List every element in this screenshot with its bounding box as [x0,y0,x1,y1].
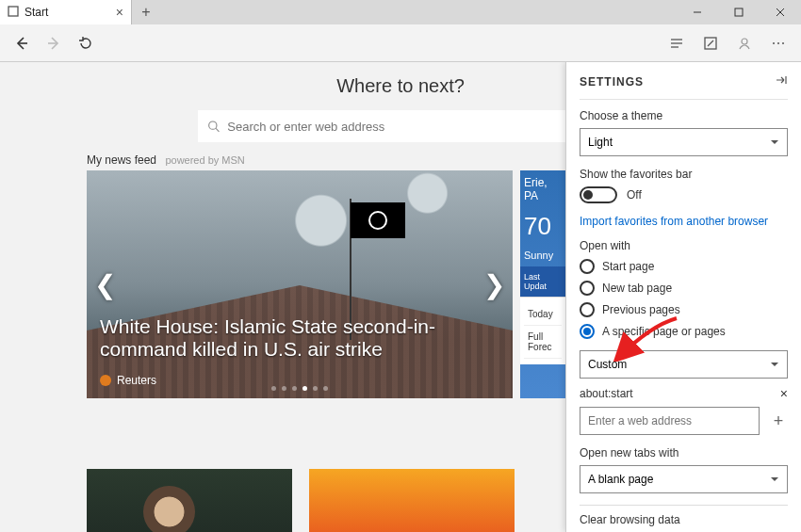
radio-icon [580,281,595,296]
close-window-button[interactable] [760,0,801,24]
new-tabs-label: Open new tabs with [580,446,788,459]
browser-tab[interactable]: Start × [0,0,132,24]
svg-line-17 [216,128,219,131]
specific-page-select[interactable]: Custom [580,350,788,379]
radio-label: Start page [602,260,654,273]
clear-data-label: Clear browsing data [580,513,788,526]
svg-rect-0 [8,7,18,16]
page-entry-text: about:start [580,387,771,400]
new-tabs-select[interactable]: A blank page [580,465,788,493]
svg-line-11 [708,40,713,46]
open-with-previous-radio[interactable]: Previous pages [580,302,788,317]
remove-page-icon[interactable]: × [780,386,788,401]
tab-favicon-icon [8,6,19,20]
web-note-button[interactable] [694,26,727,60]
radio-icon [580,302,595,317]
pin-icon[interactable] [775,73,788,89]
toggle-icon [580,186,617,203]
svg-point-14 [777,42,779,44]
favorites-bar-label: Show the favorites bar [580,168,788,181]
new-tab-button[interactable]: + [132,0,160,24]
import-favorites-link[interactable]: Import favorites from another browser [580,215,768,228]
share-button[interactable] [727,26,761,60]
radio-label: Previous pages [602,303,680,316]
radio-icon [580,259,595,274]
add-page-input[interactable] [580,407,760,435]
reading-view-button[interactable] [660,26,694,60]
search-box[interactable] [198,110,603,142]
weather-forecast-link[interactable]: Full Forec [524,326,562,359]
minimize-button[interactable] [677,0,718,24]
titlebar: Start × + [0,0,801,24]
weather-links: Today Full Forec [520,297,565,364]
weather-location: Erie, PA [520,170,565,208]
feed-sublabel: powered by MSN [165,154,244,166]
weather-today-link[interactable]: Today [524,303,562,326]
divider [580,505,788,506]
open-with-specific-radio[interactable]: A specific page or pages [580,324,788,339]
tab-title: Start [25,6,110,19]
svg-point-12 [742,39,747,44]
search-icon [207,120,220,133]
story-source: Reuters [100,374,156,387]
more-button[interactable] [761,26,795,60]
story-thumbnail[interactable] [87,469,292,532]
open-with-newtab-radio[interactable]: New tab page [580,281,788,296]
svg-point-13 [773,42,775,44]
theme-label: Choose a theme [580,109,788,122]
radio-label: New tab page [602,282,672,295]
refresh-button[interactable] [70,27,102,59]
toolbar [0,24,801,62]
top-story-card[interactable]: ❮ ❯ White House: Islamic State second-in… [87,170,513,398]
story-thumbnail[interactable] [309,469,515,532]
story-thumbnails [87,469,515,532]
forward-button[interactable] [38,27,70,59]
story-headline: White House: Islamic State second-in-com… [100,315,499,361]
source-name: Reuters [117,374,156,387]
open-with-label: Open with [580,239,788,252]
open-with-start-radio[interactable]: Start page [580,259,788,274]
maximize-button[interactable] [718,0,760,24]
settings-title: SETTINGS [580,75,644,89]
back-button[interactable] [6,27,38,59]
weather-temp: 70 [520,208,565,244]
tab-close-icon[interactable]: × [116,5,123,20]
settings-panel: SETTINGS Choose a theme Light Show the f… [565,62,801,532]
svg-point-15 [782,42,784,44]
weather-condition: Sunny [520,244,565,266]
weather-card[interactable]: Erie, PA 70 Sunny Last Updat Today Full … [520,170,565,398]
toggle-state-text: Off [627,188,642,202]
radio-icon [580,324,595,339]
feed-label-text: My news feed [87,153,156,167]
source-logo-icon [100,375,111,386]
weather-updated: Last Updat [520,266,565,297]
svg-point-16 [209,121,217,129]
theme-select[interactable]: Light [580,128,788,156]
search-input[interactable] [227,120,594,134]
carousel-dots [271,386,328,391]
flag-icon [351,202,405,238]
add-page-icon[interactable]: + [769,411,788,431]
svg-rect-2 [735,8,743,16]
carousel-prev-icon[interactable]: ❮ [94,269,116,300]
page-content: Where to next? My news feed powered by M… [0,62,801,532]
favorites-bar-toggle[interactable]: Off [580,186,788,203]
radio-label: A specific page or pages [602,325,726,338]
carousel-next-icon[interactable]: ❯ [483,269,505,300]
